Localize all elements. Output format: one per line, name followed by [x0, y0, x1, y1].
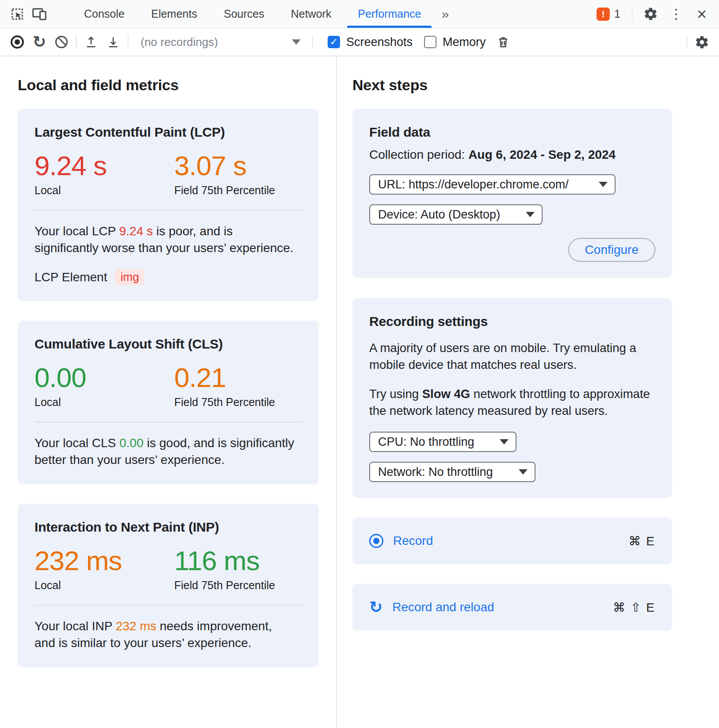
close-icon: ×	[697, 6, 707, 23]
configure-button[interactable]: Configure	[568, 238, 655, 262]
screenshots-label: Screenshots	[346, 35, 413, 49]
save-profile-button[interactable]	[102, 31, 124, 53]
trash-icon	[496, 35, 510, 49]
record-and-reload-button[interactable]: ↻	[28, 31, 50, 53]
close-button[interactable]: ×	[691, 3, 713, 25]
period-label: Collection period:	[369, 148, 468, 161]
cls-field-value: 0.21	[174, 363, 275, 392]
lcp-element-row: LCP Element img	[34, 269, 302, 285]
network-throttling-select[interactable]: Network: No throttling	[369, 462, 535, 482]
capture-settings-button[interactable]	[691, 31, 713, 53]
inp-title: Interaction to Next Paint (INP)	[34, 520, 302, 535]
download-icon	[106, 35, 120, 49]
lcp-title: Largest Contentful Paint (LCP)	[34, 125, 302, 140]
memory-checkbox[interactable]: Memory	[424, 35, 486, 49]
desc-prefix: Your local CLS	[34, 436, 119, 450]
desc-prefix: Your local LCP	[34, 224, 119, 238]
checkbox-icon[interactable]	[424, 36, 436, 48]
clear-button[interactable]	[50, 31, 73, 53]
lcp-element-label: LCP Element	[34, 270, 107, 284]
url-select[interactable]: URL: https://developer.chrome.com/	[369, 174, 616, 195]
checkbox-icon[interactable]	[328, 36, 340, 48]
inp-description: Your local INP 232 ms needs improvement,…	[34, 618, 294, 651]
issues-count: 1	[614, 8, 620, 20]
load-profile-button[interactable]	[80, 31, 102, 53]
record-action-left: Record	[369, 534, 433, 548]
hint-bold: Slow 4G	[422, 387, 470, 401]
lcp-element-link[interactable]: img	[115, 269, 144, 285]
collect-garbage-button[interactable]	[492, 31, 514, 53]
caret-down-icon	[292, 39, 301, 45]
configure-row: Configure	[369, 238, 655, 262]
kebab-menu-icon: ⋮	[669, 7, 683, 21]
tab-elements[interactable]: Elements	[138, 0, 210, 28]
record-shortcut: ⌘ E	[629, 534, 655, 548]
cls-local-label: Local	[34, 396, 174, 409]
tab-console[interactable]: Console	[71, 0, 138, 28]
more-tabs-button[interactable]: »	[434, 0, 456, 28]
record-action-card[interactable]: Record ⌘ E	[352, 517, 672, 564]
recording-settings-card: Recording settings A majority of users a…	[352, 298, 672, 498]
record-button[interactable]	[6, 31, 28, 53]
lcp-field-value: 3.07 s	[174, 151, 275, 180]
device-toolbar-button[interactable]	[28, 3, 50, 25]
divider	[34, 210, 302, 211]
caret-down-icon	[519, 469, 528, 475]
recordings-select[interactable]: (no recordings)	[136, 35, 305, 49]
record-label: Record	[393, 534, 433, 548]
inp-field-value: 116 ms	[174, 546, 275, 575]
lcp-local-value: 9.24 s	[34, 151, 174, 180]
inp-field-label: Field 75th Percentile	[174, 579, 275, 592]
recording-settings-title: Recording settings	[369, 314, 655, 329]
device-select-value: Device: Auto (Desktop)	[378, 208, 500, 222]
panel-content: Local and field metrics Largest Contentf…	[0, 56, 719, 728]
reload-icon: ↻	[33, 34, 46, 50]
divider	[687, 35, 687, 49]
cls-values: 0.00 Local 0.21 Field 75th Percentile	[34, 363, 302, 409]
issue-warning-icon: !	[597, 8, 610, 21]
cls-title: Cumulative Layout Shift (CLS)	[34, 337, 302, 352]
lcp-card: Largest Contentful Paint (LCP) 9.24 s Lo…	[18, 109, 319, 301]
gear-icon	[695, 35, 709, 50]
lcp-local-label: Local	[34, 184, 174, 197]
inspect-element-button[interactable]	[6, 3, 28, 25]
clear-icon	[55, 36, 68, 48]
divider	[128, 35, 128, 49]
memory-label: Memory	[443, 35, 486, 49]
toolbar-right	[683, 31, 713, 53]
caret-down-icon	[526, 212, 535, 217]
lcp-field-label: Field 75th Percentile	[174, 184, 275, 197]
cpu-throttling-select[interactable]: CPU: No throttling	[369, 432, 516, 452]
performance-toolbar: ↻ (no recordings) Screenshots Memory	[0, 28, 719, 56]
tab-performance[interactable]: Performance	[344, 0, 434, 28]
screenshots-checkbox[interactable]: Screenshots	[328, 35, 413, 49]
cls-description: Your local CLS 0.00 is good, and is sign…	[34, 435, 294, 468]
record-reload-shortcut: ⌘ ⇧ E	[613, 600, 655, 615]
caret-down-icon	[500, 439, 509, 444]
divider	[34, 422, 302, 422]
settings-button[interactable]	[639, 3, 662, 25]
device-select[interactable]: Device: Auto (Desktop)	[369, 204, 543, 225]
local-metrics-heading: Local and field metrics	[18, 77, 319, 94]
mobile-hint-text: A majority of users are on mobile. Try e…	[369, 340, 655, 373]
inspect-cursor-icon	[10, 7, 25, 22]
devtools-tab-bar: Console Elements Sources Network Perform…	[0, 0, 719, 28]
field-data-title: Field data	[369, 125, 655, 140]
lcp-values: 9.24 s Local 3.07 s Field 75th Percentil…	[34, 151, 302, 197]
record-reload-action-card[interactable]: ↻ Record and reload ⌘ ⇧ E	[352, 584, 672, 631]
throttling-hint-text: Try using Slow 4G network throttling to …	[369, 386, 655, 419]
record-reload-action-left: ↻ Record and reload	[369, 599, 494, 615]
tab-sources[interactable]: Sources	[210, 0, 278, 28]
desc-value: 0.00	[119, 436, 144, 450]
recordings-select-value: (no recordings)	[141, 35, 218, 49]
issues-button[interactable]: ! 1	[592, 8, 625, 21]
caret-down-icon	[599, 182, 608, 187]
collection-period: Collection period: Aug 6, 2024 - Sep 2, …	[369, 148, 655, 162]
tab-network[interactable]: Network	[278, 0, 345, 28]
kebab-menu-button[interactable]: ⋮	[665, 3, 687, 25]
field-data-card: Field data Collection period: Aug 6, 202…	[352, 109, 672, 278]
inp-local-value: 232 ms	[34, 546, 174, 575]
divider	[632, 7, 632, 21]
inp-local-label: Local	[34, 579, 174, 592]
record-icon	[11, 35, 24, 49]
